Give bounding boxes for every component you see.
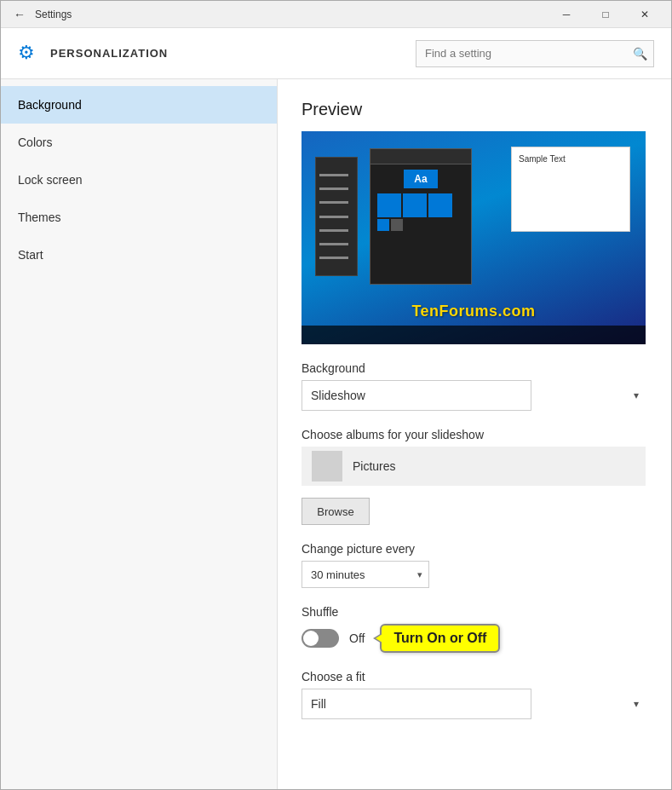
album-list-item[interactable]: Pictures: [302, 447, 646, 486]
tooltip-bubble: Turn On or Off: [380, 624, 500, 653]
chevron-down-icon: ▾: [634, 389, 639, 401]
window-title: Settings: [35, 9, 547, 20]
preview-dialog: Sample Text: [511, 147, 630, 232]
sidebar-item-colors[interactable]: Colors: [1, 124, 277, 161]
shuffle-toggle[interactable]: [302, 629, 339, 648]
sidebar-item-themes[interactable]: Themes: [1, 199, 277, 236]
app-header: ⚙ PERSONALIZATION 🔍: [1, 28, 671, 79]
sidebar-item-lockscreen[interactable]: Lock screen: [1, 161, 277, 199]
app-title: PERSONALIZATION: [50, 47, 416, 60]
search-container: 🔍: [416, 40, 654, 67]
preview-image: Aa Sample Text: [302, 131, 646, 344]
sidebar-item-start[interactable]: Start: [1, 236, 277, 274]
preview-tile: [377, 219, 389, 231]
preview-aa-label: Aa: [404, 170, 438, 188]
preview-line: [319, 187, 348, 190]
preview-tile: [428, 193, 452, 217]
search-input[interactable]: [416, 40, 654, 67]
sidebar: Background Colors Lock screen Themes Sta…: [1, 79, 278, 789]
preview-window-content: Aa: [370, 164, 471, 284]
close-button[interactable]: ✕: [625, 1, 664, 28]
preview-taskbar: [302, 326, 646, 344]
main-content: Preview Aa: [278, 79, 671, 789]
preview-line: [319, 257, 348, 259]
preview-tile: [377, 193, 401, 217]
change-pic-select[interactable]: 30 minutes 1 minute 10 minutes 1 hour: [302, 561, 429, 588]
preview-watermark: TenForums.com: [302, 303, 646, 320]
change-picture-field: Change picture every 30 minutes 1 minute…: [302, 542, 647, 588]
preview-tiles: [374, 193, 468, 231]
album-name: Pictures: [353, 459, 396, 473]
maximize-button[interactable]: □: [586, 1, 625, 28]
preview-center-window: Aa: [370, 148, 472, 285]
preview-left-panel: [315, 157, 358, 276]
gear-icon: ⚙: [18, 42, 42, 66]
preview-line: [319, 229, 348, 232]
preview-line: [319, 201, 348, 204]
toggle-state-label: Off: [349, 631, 365, 645]
window-controls: ─ □ ✕: [547, 1, 664, 28]
shuffle-section: Shuffle Off Turn On or Off: [302, 605, 647, 653]
preview-window-titlebar: [370, 149, 471, 164]
preview-tile: [403, 193, 427, 217]
shuffle-label: Shuffle: [302, 605, 647, 619]
chevron-down-icon: ▾: [634, 698, 639, 710]
minimize-button[interactable]: ─: [547, 1, 586, 28]
album-thumbnail: [312, 451, 342, 481]
preview-line: [319, 243, 348, 245]
background-select[interactable]: Slideshow Picture Solid color: [302, 380, 531, 411]
albums-label: Choose albums for your slideshow: [302, 428, 647, 441]
albums-section: Choose albums for your slideshow Picture…: [302, 428, 647, 486]
background-label: Background: [302, 361, 647, 375]
fit-label: Choose a fit: [302, 670, 647, 683]
page-title: Preview: [302, 100, 647, 119]
preview-line: [319, 174, 348, 176]
sidebar-item-background[interactable]: Background: [1, 86, 277, 124]
shuffle-toggle-row: Off Turn On or Off: [302, 624, 647, 653]
toggle-knob: [303, 631, 319, 646]
fit-select[interactable]: Fill Fit Stretch Tile Center Span: [302, 689, 531, 719]
browse-button[interactable]: Browse: [302, 498, 370, 525]
titlebar: ← Settings ─ □ ✕: [1, 1, 671, 28]
back-button[interactable]: ←: [8, 3, 32, 26]
preview-tile: [391, 219, 403, 231]
change-pic-label: Change picture every: [302, 542, 647, 556]
fit-select-wrap: Fill Fit Stretch Tile Center Span ▾: [302, 689, 647, 719]
change-pic-select-wrap: 30 minutes 1 minute 10 minutes 1 hour ▾: [302, 561, 429, 588]
background-select-wrap: Slideshow Picture Solid color ▾: [302, 380, 647, 411]
tooltip-text: Turn On or Off: [393, 631, 486, 645]
preview-line: [319, 216, 348, 218]
settings-window: ← Settings ─ □ ✕ ⚙ PERSONALIZATION 🔍 Bac…: [0, 0, 672, 790]
preview-sample-text: Sample Text: [519, 154, 566, 164]
body: Background Colors Lock screen Themes Sta…: [1, 79, 671, 789]
fit-field: Choose a fit Fill Fit Stretch Tile Cente…: [302, 670, 647, 719]
background-field: Background Slideshow Picture Solid color…: [302, 361, 647, 411]
